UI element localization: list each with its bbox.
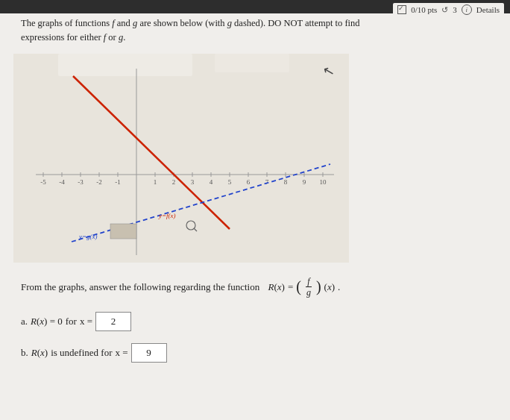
header-line2: expressions for either f or g. [21, 32, 125, 43]
part-a-row: a. R(x) = 0 for x = 2 [21, 312, 489, 331]
period: . [338, 281, 340, 293]
svg-text:10: 10 [320, 178, 327, 186]
score-area: 0/10 pts ↺ 3 i Details [393, 3, 504, 16]
g-label: g [133, 18, 137, 28]
checkbox-icon [397, 5, 406, 14]
svg-text:y=f(x): y=f(x) [158, 212, 176, 219]
part-b-equation: R(x) [31, 347, 48, 359]
g-label-dashed: g [227, 18, 232, 28]
equals-sign: = [288, 281, 293, 293]
svg-rect-0 [13, 54, 349, 263]
r-label: R(x) [268, 281, 284, 293]
frac-denominator: g [305, 287, 312, 298]
svg-text:6: 6 [247, 178, 251, 186]
svg-text:-4: -4 [59, 178, 65, 186]
header-text: The graphs of functions f and g are show… [21, 16, 364, 46]
part-b-row: b. R(x) is undefined for x = 9 [21, 343, 489, 363]
part-a-answer-box[interactable]: 2 [95, 312, 131, 331]
info-icon[interactable]: i [462, 4, 472, 15]
main-content: From the graphs, answer the following re… [21, 276, 489, 374]
svg-text:-5: -5 [40, 178, 46, 186]
from-graphs-text: From the graphs, answer the following re… [21, 281, 259, 293]
part-a-for: for [66, 316, 77, 327]
part-a-x-label: x = [80, 316, 92, 327]
left-paren: ( [296, 278, 301, 295]
svg-text:4: 4 [210, 178, 213, 186]
part-b-x-label: x = [115, 347, 128, 359]
part-b-answer-value: 9 [146, 347, 151, 359]
svg-rect-39 [110, 224, 136, 239]
from-graphs-description: From the graphs, answer the following re… [21, 276, 489, 298]
x-argument: (x) [324, 281, 335, 293]
part-b-undefined-text: is undefined for [51, 347, 112, 359]
retry-count: 3 [453, 5, 457, 14]
svg-rect-2 [215, 54, 289, 72]
svg-text:-1: -1 [115, 178, 121, 186]
header-line1: The graphs of functions f and g are show… [21, 18, 360, 28]
details-label[interactable]: Details [476, 5, 500, 14]
svg-text:3: 3 [191, 178, 195, 186]
retry-icon: ↺ [441, 5, 448, 15]
part-a-equation: R(x) = 0 [31, 316, 63, 327]
score-points: 0/10 pts [411, 5, 437, 14]
part-a-label: a. [21, 316, 28, 327]
svg-text:-3: -3 [78, 178, 84, 186]
graph-area: -5 -4 -3 -2 -1 1 2 3 4 5 6 7 8 9 10 [13, 54, 349, 263]
part-b-answer-box[interactable]: 9 [131, 343, 167, 363]
part-a-answer-value: 2 [111, 316, 116, 327]
svg-rect-1 [58, 54, 192, 76]
right-paren: ) [316, 278, 321, 295]
svg-text:8: 8 [284, 178, 288, 186]
f-label2: f [104, 32, 106, 43]
svg-text:2: 2 [172, 178, 176, 186]
f-label: f [112, 18, 114, 28]
svg-text:1: 1 [154, 178, 157, 186]
graph-svg: -5 -4 -3 -2 -1 1 2 3 4 5 6 7 8 9 10 [13, 54, 349, 263]
part-b-label: b. [21, 347, 28, 359]
svg-text:y=g(x): y=g(x) [78, 233, 98, 240]
svg-text:-2: -2 [96, 178, 102, 186]
fraction-f-over-g: f g [305, 276, 312, 298]
svg-text:5: 5 [228, 178, 232, 186]
frac-numerator: f [306, 276, 311, 287]
svg-text:9: 9 [303, 178, 306, 186]
g-label3: g [119, 32, 123, 43]
